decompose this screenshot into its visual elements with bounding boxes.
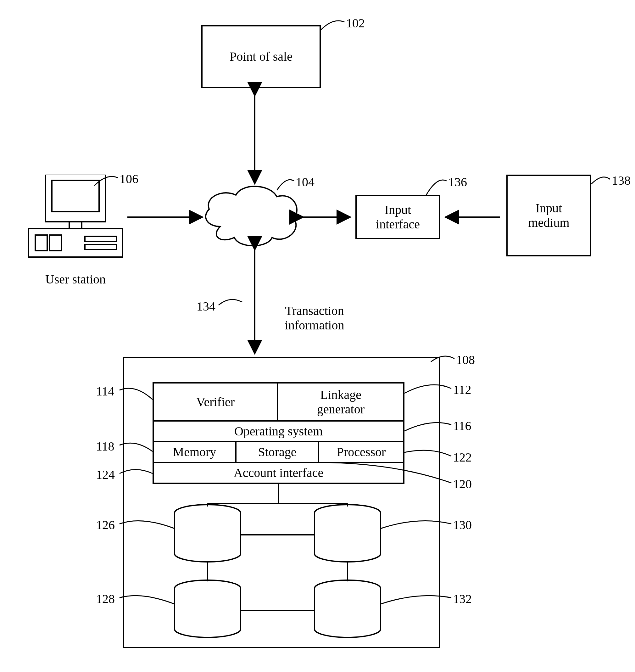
ref-136: 136 (448, 175, 467, 189)
verifier-label: Verifier (196, 395, 235, 409)
verifier-box: Verifier (153, 382, 278, 421)
ref-122: 122 (453, 450, 472, 465)
ref-108: 108 (456, 352, 475, 367)
transaction-info-label: Transaction information (273, 304, 355, 332)
linkage-gen-label: Linkage generator (317, 388, 365, 416)
ref-104: 104 (295, 175, 314, 189)
memory-label: Memory (173, 445, 216, 459)
ref-120: 120 (453, 477, 472, 492)
input-medium-box: Input medium (506, 175, 591, 256)
ref-138: 138 (612, 173, 631, 188)
ref-124: 124 (96, 467, 115, 482)
ref-112: 112 (453, 382, 472, 397)
processor-box: Processor (318, 441, 404, 463)
ref-130: 130 (453, 518, 472, 532)
memory-box: Memory (153, 441, 237, 463)
svg-rect-6 (50, 235, 62, 251)
user-station-label: User station (31, 272, 119, 287)
account-if-label: Account interface (234, 465, 323, 480)
svg-rect-5 (35, 235, 47, 251)
prepaid-label: Prepaid accounts (314, 598, 380, 627)
svg-rect-2 (56, 184, 95, 208)
ref-126: 126 (96, 518, 115, 532)
svg-rect-8 (85, 244, 116, 250)
ref-102: 102 (346, 16, 365, 30)
user-station-icon (28, 175, 123, 266)
pos-label: Point of sale (229, 49, 292, 64)
ref-114: 114 (96, 384, 114, 398)
reward-label: Reward accounts (175, 598, 241, 627)
account-if-box: Account interface (153, 462, 404, 484)
svg-rect-4 (28, 229, 123, 257)
svg-rect-7 (85, 236, 116, 241)
ref-134: 134 (197, 299, 215, 314)
os-box: Operating system (153, 420, 404, 442)
storage-box: Storage (235, 441, 319, 463)
debit-label: Debit accounts (314, 522, 380, 551)
pos-box: Point of sale (201, 25, 321, 88)
ref-106: 106 (119, 171, 138, 186)
network-label: Network (225, 209, 278, 224)
input-interface-label: Input interface (376, 202, 420, 232)
svg-rect-3 (69, 222, 82, 229)
ref-128: 128 (96, 591, 115, 606)
ref-116: 116 (453, 418, 472, 433)
ref-132: 132 (453, 591, 472, 606)
input-interface-box: Input interface (355, 195, 440, 239)
processor-label: Processor (337, 445, 386, 459)
ref-118: 118 (96, 439, 114, 454)
credit-label: Credit accounts (175, 522, 241, 551)
linkage-gen-box: Linkage generator (277, 382, 404, 421)
diagram-stage: Point of sale Input interface Input medi… (0, 0, 635, 672)
os-label: Operating system (234, 424, 323, 438)
input-medium-label: Input medium (528, 201, 569, 230)
storage-label: Storage (258, 445, 296, 459)
